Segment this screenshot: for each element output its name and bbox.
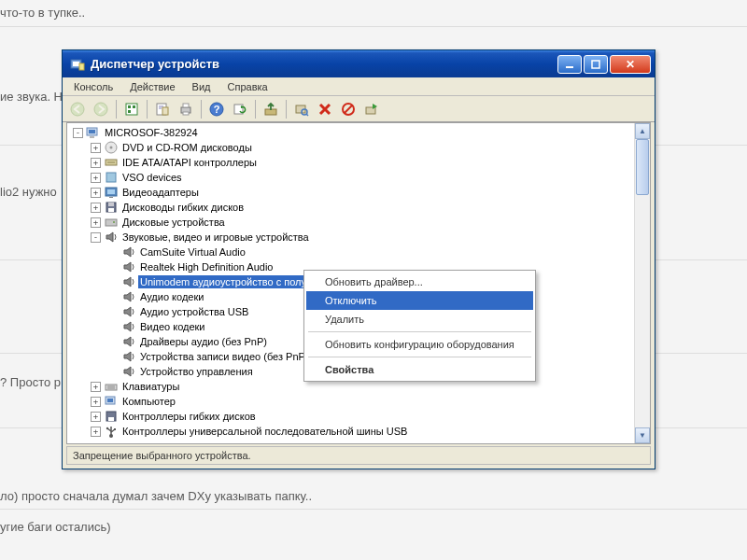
context-menu-item[interactable]: Удалить: [306, 310, 533, 329]
window-title: Диспетчер устройств: [89, 57, 557, 71]
expand-icon[interactable]: +: [91, 173, 101, 183]
svg-point-6: [94, 103, 107, 116]
forward-icon: [90, 98, 112, 120]
svg-point-43: [113, 221, 115, 223]
expand-icon[interactable]: +: [91, 427, 101, 437]
background-text: ? Просто р: [0, 375, 61, 389]
collapse-icon[interactable]: -: [91, 232, 101, 243]
expand-icon[interactable]: +: [91, 382, 101, 392]
expand-icon[interactable]: +: [91, 143, 101, 153]
toolbar-separator: [286, 100, 287, 119]
tree-label[interactable]: Дисковые устройства: [120, 216, 227, 229]
tree-label[interactable]: Аудио устройства USB: [138, 305, 250, 318]
tree-label[interactable]: Realtek High Definition Audio: [138, 260, 275, 273]
menu-action[interactable]: Действие: [122, 79, 182, 94]
tree-label[interactable]: Драйверы аудио (без PnP): [138, 335, 269, 348]
disable-icon[interactable]: [337, 98, 359, 120]
svg-rect-41: [108, 208, 114, 212]
tree-label[interactable]: DVD и CD-ROM дисководы: [120, 141, 254, 154]
scan-hardware-icon[interactable]: [290, 98, 313, 120]
tree-spacer: [108, 352, 119, 362]
context-menu-item[interactable]: Обновить конфигурацию оборудования: [306, 335, 533, 354]
minimize-button[interactable]: [557, 55, 582, 74]
tree-label[interactable]: Видео кодеки: [138, 320, 207, 333]
menu-help[interactable]: Справка: [220, 79, 275, 94]
menubar: Консоль Действие Вид Справка: [63, 77, 655, 96]
sound-device-icon: [121, 259, 136, 274]
maximize-button[interactable]: [584, 55, 608, 74]
expand-icon[interactable]: +: [91, 188, 101, 198]
svg-rect-1: [73, 62, 79, 66]
tree-label[interactable]: Компьютер: [120, 395, 177, 408]
collapse-icon[interactable]: -: [73, 128, 83, 138]
sound-category-icon: [104, 230, 119, 245]
cdrom-icon: [104, 140, 119, 155]
expand-icon[interactable]: +: [91, 217, 101, 228]
tree-label[interactable]: Устройства записи видео (без PnP): [138, 350, 311, 363]
vso-icon: [104, 170, 119, 185]
menu-view[interactable]: Вид: [185, 79, 218, 94]
tree-label[interactable]: Видеоадаптеры: [120, 186, 201, 199]
properties-icon[interactable]: [151, 98, 174, 120]
tree-node[interactable]: +Контроллеры универсальной последователь…: [69, 424, 650, 439]
context-menu-item[interactable]: Свойства: [306, 360, 533, 379]
tree-label[interactable]: Контроллеры гибких дисков: [120, 410, 258, 423]
menu-console[interactable]: Консоль: [66, 79, 120, 94]
tree-label[interactable]: VSO devices: [120, 171, 184, 184]
tree-label[interactable]: CamSuite Virtual Audio: [138, 245, 247, 259]
usb-icon: [104, 424, 119, 439]
keyboard-icon: [104, 379, 119, 394]
tree-node[interactable]: -MICROSOF-382924: [69, 125, 650, 140]
context-menu-item[interactable]: Отключить: [306, 291, 533, 310]
expand-icon[interactable]: +: [91, 397, 101, 407]
print-icon[interactable]: [175, 98, 197, 120]
titlebar[interactable]: Диспетчер устройств ✕: [63, 50, 655, 77]
expand-icon[interactable]: +: [91, 412, 101, 422]
svg-rect-42: [106, 219, 117, 226]
svg-rect-2: [79, 63, 84, 70]
toolbar: ?: [63, 96, 655, 122]
background-text: что-то в тупке..: [0, 6, 85, 20]
vertical-scrollbar[interactable]: ▲ ▼: [634, 123, 650, 443]
tree-node[interactable]: CamSuite Virtual Audio: [69, 245, 650, 259]
tree-node[interactable]: +Компьютер: [69, 394, 650, 409]
enable-icon[interactable]: [360, 98, 383, 120]
tree-node[interactable]: +Видеоадаптеры: [69, 185, 650, 200]
uninstall-icon[interactable]: [314, 98, 336, 120]
expand-icon[interactable]: +: [91, 158, 101, 168]
tree-node[interactable]: +VSO devices: [69, 170, 650, 185]
scroll-thumb[interactable]: [636, 139, 649, 195]
toolbar-separator: [255, 100, 256, 119]
update-driver-icon[interactable]: [260, 98, 282, 120]
scroll-down-button[interactable]: ▼: [635, 427, 650, 443]
tree-label[interactable]: Аудио кодеки: [138, 290, 205, 303]
tree-label[interactable]: MICROSOF-382924: [103, 126, 200, 139]
tree-node[interactable]: +IDE ATA/ATAPI контроллеры: [69, 155, 650, 170]
show-hide-tree-icon[interactable]: [120, 98, 143, 120]
svg-rect-37: [107, 189, 115, 194]
tree-label[interactable]: Устройство управления: [138, 365, 255, 378]
tree-spacer: [108, 262, 119, 273]
tree-node[interactable]: -Звуковые, видео и игровые устройства: [69, 230, 650, 245]
tree-node[interactable]: +Контроллеры гибких дисков: [69, 409, 650, 424]
tree-node[interactable]: +DVD и CD-ROM дисководы: [69, 140, 650, 155]
expand-icon[interactable]: +: [91, 203, 101, 213]
sound-device-icon: [121, 364, 136, 379]
disk-icon: [104, 215, 119, 230]
refresh-icon[interactable]: [229, 98, 251, 120]
scroll-up-button[interactable]: ▲: [635, 123, 650, 139]
close-button[interactable]: ✕: [610, 55, 651, 74]
tree-label[interactable]: Звуковые, видео и игровые устройства: [120, 231, 311, 244]
statusbar: Запрещение выбранного устройства.: [66, 446, 651, 465]
tree-node[interactable]: +Дисководы гибких дисков: [69, 200, 650, 215]
tree-label[interactable]: Контроллеры универсальной последовательн…: [120, 425, 409, 438]
tree-label[interactable]: Дисководы гибких дисков: [120, 201, 246, 214]
tree-node[interactable]: +Дисковые устройства: [69, 215, 650, 230]
help-icon[interactable]: ?: [205, 98, 228, 120]
tree-label[interactable]: IDE ATA/ATAPI контроллеры: [120, 156, 259, 169]
tree-spacer: [108, 367, 119, 377]
tree-label[interactable]: Клавиатуры: [120, 380, 181, 393]
svg-rect-38: [109, 197, 113, 198]
context-menu: Обновить драйвер...ОтключитьУдалитьОбнов…: [303, 270, 536, 382]
context-menu-item[interactable]: Обновить драйвер...: [306, 273, 533, 291]
